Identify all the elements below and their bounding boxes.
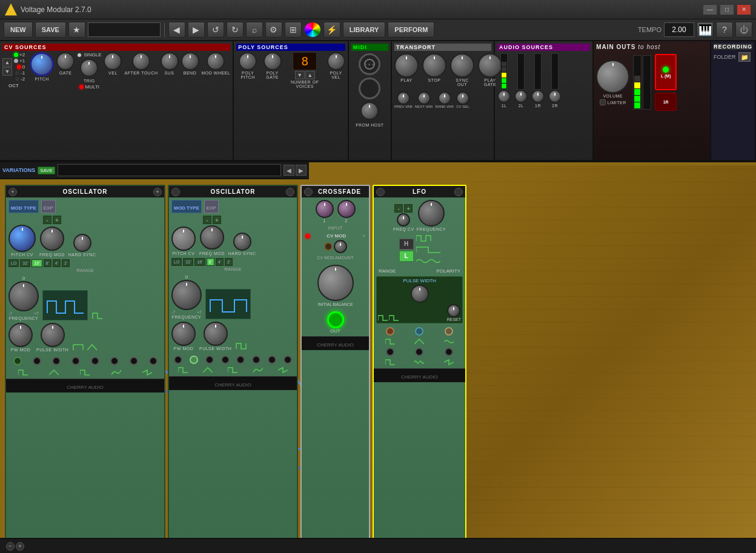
lfo-jack-4[interactable] [386, 348, 394, 356]
osc2-range-lo[interactable]: LO [171, 258, 182, 266]
poly-pitch-knob[interactable] [239, 52, 257, 70]
lfo-add-button[interactable] [376, 188, 385, 196]
osc1-add-button[interactable]: + [8, 188, 17, 196]
osc1-jack-8[interactable] [149, 357, 158, 365]
save-button[interactable]: SAVE [35, 22, 66, 38]
audio-1l-knob[interactable] [497, 90, 511, 103]
play-knob[interactable] [394, 53, 419, 78]
trig-knob[interactable] [80, 59, 98, 77]
osc2-jack-3[interactable] [205, 356, 214, 364]
osc2-jack-8[interactable] [284, 356, 292, 364]
limiter-checkbox[interactable] [600, 99, 606, 105]
var-prev-button[interactable]: ◀ [284, 165, 294, 176]
lfo-freq-minus[interactable]: - [394, 204, 403, 213]
osc2-freq-mod-knob[interactable] [200, 225, 224, 250]
sus-knob[interactable] [161, 52, 179, 70]
osc1-hard-sync-knob[interactable] [73, 234, 91, 252]
voices-down-button[interactable]: ▼ [295, 71, 305, 79]
osc2-jack-2[interactable] [190, 356, 198, 364]
star-icon[interactable]: ★ [68, 22, 85, 38]
cf-input1-knob[interactable] [316, 200, 334, 218]
bend-knob[interactable] [181, 52, 199, 70]
osc1-range-32[interactable]: 32' [20, 259, 30, 267]
osc2-freq-minus-button[interactable]: - [203, 216, 211, 224]
patch-name-input[interactable] [88, 22, 161, 37]
loop2-button[interactable]: ↻ [227, 22, 244, 38]
lfo-jack-3[interactable] [445, 327, 453, 336]
cf-out-button[interactable] [327, 311, 344, 328]
osc2-remove-button[interactable] [286, 188, 294, 196]
osc2-pitch-cv-knob[interactable] [171, 227, 196, 251]
tempo-input[interactable] [664, 22, 694, 37]
prev-var-knob[interactable] [397, 91, 410, 105]
pitch-knob[interactable] [30, 52, 54, 76]
osc2-pulse-width-knob[interactable] [204, 322, 228, 346]
osc1-range-8[interactable]: 8' [44, 259, 51, 267]
osc1-range-4[interactable]: 4' [53, 259, 61, 267]
lfo-freq-plus[interactable]: + [404, 204, 413, 213]
osc2-range-8[interactable]: 8' [207, 258, 214, 266]
next-var-knob[interactable] [417, 91, 431, 105]
osc2-range-32[interactable]: 32' [183, 258, 193, 266]
vel-knob[interactable] [104, 52, 122, 70]
lfo-freq-cv-knob[interactable] [397, 213, 410, 227]
osc2-range-2[interactable]: 2' [225, 258, 233, 266]
color-wheel-button[interactable] [304, 22, 321, 38]
undo-button[interactable]: ◀ [168, 22, 185, 38]
poly-vel-knob[interactable] [327, 52, 345, 70]
sync-out-knob[interactable] [450, 53, 474, 78]
cf-cv-amount-knob[interactable] [334, 240, 347, 253]
gate-knob[interactable] [56, 52, 75, 70]
lfo-jack-5[interactable] [415, 348, 423, 356]
cf-add-button[interactable] [304, 188, 313, 196]
osc1-jack-3[interactable] [52, 357, 61, 365]
osc1-freq-minus-button[interactable]: - [43, 216, 51, 224]
osc2-frequency-knob[interactable] [171, 280, 202, 310]
cf-input2-knob[interactable] [337, 200, 356, 218]
lfo-reset-knob[interactable] [447, 304, 460, 317]
osc1-pitch-cv-knob[interactable] [8, 225, 36, 252]
new-button[interactable]: NEW [4, 22, 33, 38]
maximize-button[interactable]: □ [720, 4, 734, 15]
osc2-jack-4[interactable] [221, 356, 230, 364]
rand-var-knob[interactable] [438, 91, 451, 105]
cv-sel-knob[interactable] [456, 91, 469, 105]
perform-button[interactable]: PERFORM [388, 22, 434, 38]
help-button[interactable]: ? [716, 22, 733, 38]
settings-button[interactable]: ⚙ [265, 22, 282, 38]
grid-button[interactable]: ⊞ [285, 22, 302, 38]
osc1-jack-6[interactable] [110, 357, 119, 365]
library-button[interactable]: LIBRARY [343, 22, 385, 38]
loop-button[interactable]: ↺ [207, 22, 224, 38]
power-button[interactable]: ⏻ [735, 22, 752, 38]
oct-up-button[interactable]: ▲ [2, 58, 12, 67]
osc1-freq-mod-knob[interactable] [40, 227, 64, 251]
cf-cv-jack[interactable] [324, 242, 333, 251]
cf-initial-balance-knob[interactable] [317, 265, 354, 301]
bottom-minus-button[interactable]: − [6, 542, 15, 551]
osc2-jack-7[interactable] [268, 356, 276, 364]
search-button[interactable]: ⌕ [246, 22, 263, 38]
window-controls[interactable]: — □ ✕ [703, 4, 751, 15]
bottom-plus-button[interactable]: + [16, 542, 24, 551]
lfo-jack-6[interactable] [445, 348, 453, 356]
osc2-hard-sync-knob[interactable] [233, 233, 251, 251]
osc2-freq-plus-button[interactable]: + [213, 216, 221, 224]
osc1-range-lo[interactable]: LO [8, 259, 19, 267]
variations-name-input[interactable] [58, 164, 281, 176]
volume-knob[interactable] [596, 60, 629, 93]
minimize-button[interactable]: — [703, 4, 717, 15]
osc1-freq-plus-button[interactable]: + [53, 216, 61, 224]
osc1-jack-1[interactable] [13, 357, 22, 365]
osc2-exp-button[interactable]: EXP [204, 200, 219, 213]
lfo-l-button[interactable]: L [399, 251, 414, 262]
osc1-jack-7[interactable] [130, 357, 138, 365]
osc1-range-16[interactable]: 16' [31, 259, 42, 267]
osc2-jack-6[interactable] [252, 356, 260, 364]
lfo-jack-2[interactable] [415, 327, 423, 336]
lfo-frequency-knob[interactable] [418, 200, 445, 227]
lfo-h-button[interactable]: H [399, 239, 414, 250]
osc1-pw-mod-knob[interactable] [8, 323, 33, 347]
osc2-jack-5[interactable] [236, 356, 245, 364]
osc1-exp-label[interactable]: EXP [41, 200, 56, 213]
